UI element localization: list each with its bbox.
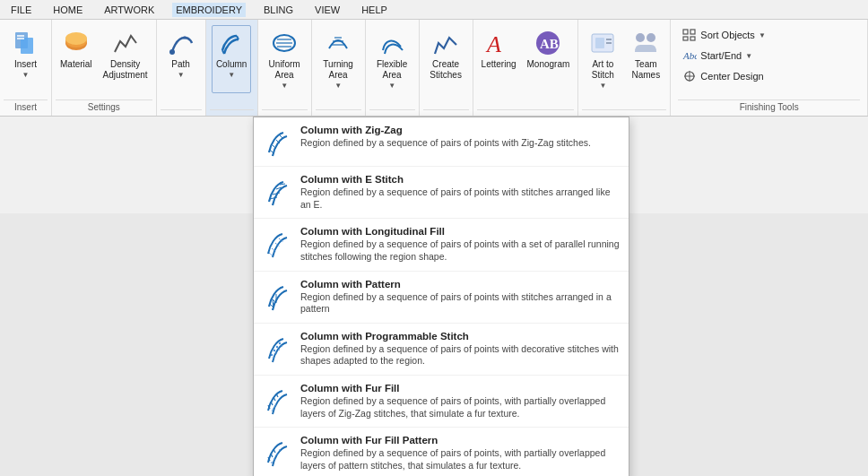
dropdown-item-zigzag[interactable]: Column with Zig-Zag Region defined by a …	[254, 117, 629, 167]
svg-text:Abc: Abc	[682, 50, 697, 61]
turning-area-dropdown-arrow: ▼	[334, 82, 342, 90]
lettering-icon: A	[484, 29, 513, 57]
group-flexible-area: Flexible Area ▼	[366, 20, 420, 116]
estitch-desc: Region defined by a sequence of pairs of…	[300, 186, 620, 211]
svg-text:A: A	[485, 31, 501, 57]
group-path-buttons: Path ▼	[161, 22, 202, 109]
column-dropdown-arrow: ▼	[228, 71, 235, 79]
menu-home[interactable]: HOME	[49, 3, 86, 17]
group-settings: Material Density Adjustment Settings	[52, 20, 157, 116]
group-uniform-area-label	[262, 109, 308, 114]
dropdown-item-estitch[interactable]: Column with E Stitch Region defined by a…	[254, 167, 629, 219]
svg-point-25	[636, 33, 645, 42]
sort-objects-icon	[682, 28, 697, 42]
art-to-stitch-button[interactable]: Art to Stitch ▼	[582, 25, 623, 93]
estitch-col-icon	[263, 174, 291, 208]
svg-text:AB: AB	[540, 37, 559, 51]
column-label: Column	[216, 59, 247, 70]
group-insert-buttons: Insert ▼	[4, 22, 48, 100]
insert-icon	[12, 29, 40, 57]
flexible-area-icon	[378, 29, 406, 57]
menu-help[interactable]: HELP	[358, 3, 391, 17]
flexible-area-label: Flexible Area	[377, 59, 407, 81]
longitudinal-col-icon	[263, 226, 291, 260]
flexible-area-dropdown-arrow: ▼	[388, 82, 395, 90]
menu-artwork[interactable]: ARTWORK	[100, 3, 158, 17]
dropdown-item-pattern[interactable]: Column with Pattern Region defined by a …	[254, 272, 629, 324]
programmable-col-icon	[263, 331, 291, 365]
svg-point-53	[276, 346, 278, 348]
group-flexible-area-label	[369, 109, 415, 114]
menubar: FILE HOME ARTWORK EMBROIDERY BLING VIEW …	[0, 0, 868, 20]
menu-file[interactable]: FILE	[7, 3, 35, 17]
center-design-label: Center Design	[700, 71, 763, 82]
programmable-desc: Region defined by a sequence of pairs of…	[300, 343, 620, 368]
material-button[interactable]: Material	[56, 25, 97, 93]
fur-fill-text: Column with Fur Fill Region defined by a…	[300, 383, 620, 420]
svg-line-9	[222, 50, 224, 54]
group-insert-label: Insert	[4, 100, 48, 114]
group-art-stitch-label	[582, 109, 666, 114]
team-names-icon	[631, 29, 660, 57]
group-flexible-buttons: Flexible Area ▼	[369, 22, 415, 109]
lettering-button[interactable]: A Lettering	[477, 25, 521, 93]
group-settings-label: Settings	[56, 100, 152, 114]
column-dropdown-menu: Column with Zig-Zag Region defined by a …	[253, 117, 629, 476]
menu-bling[interactable]: BLING	[260, 3, 297, 17]
longitudinal-desc: Region defined by a sequence of pairs of…	[300, 238, 620, 263]
fur-fill-desc: Region defined by a sequence of pairs of…	[300, 395, 620, 420]
svg-point-69	[273, 458, 275, 460]
path-button[interactable]: Path ▼	[161, 25, 201, 93]
dropdown-item-fur-pattern[interactable]: Column with Fur Fill Pattern Region defi…	[254, 428, 629, 476]
sort-objects-button[interactable]: Sort Objects ▼	[678, 25, 860, 45]
pattern-text: Column with Pattern Region defined by a …	[300, 279, 620, 316]
path-label: Path	[171, 59, 190, 70]
pattern-title: Column with Pattern	[300, 279, 620, 290]
art-to-stitch-icon	[588, 29, 617, 57]
material-icon	[62, 29, 91, 57]
dropdown-item-programmable[interactable]: Column with Programmable Stitch Region d…	[254, 324, 629, 376]
monogram-button[interactable]: AB Monogram	[523, 25, 575, 93]
insert-dropdown-arrow: ▼	[22, 71, 30, 79]
lettering-label: Lettering	[482, 59, 516, 70]
dropdown-item-fur-fill[interactable]: Column with Fur Fill Region defined by a…	[254, 376, 629, 428]
center-design-button[interactable]: Center Design	[678, 66, 860, 86]
turning-area-button[interactable]: Turning Area ▼	[318, 25, 358, 93]
finishing-tools-label: Finishing Tools	[678, 100, 860, 114]
svg-point-56	[275, 352, 277, 354]
center-design-icon	[682, 69, 697, 83]
column-button[interactable]: Column ▼	[212, 25, 251, 93]
insert-button[interactable]: Insert ▼	[6, 25, 46, 93]
monogram-icon: AB	[534, 29, 562, 57]
density-button[interactable]: Density Adjustment	[99, 25, 152, 93]
insert-label: Insert	[14, 59, 37, 70]
zigzag-desc: Region defined by a sequence of pairs of…	[300, 137, 591, 150]
group-lettering: A Lettering AB Monogram	[473, 20, 579, 116]
svg-rect-1	[21, 38, 33, 54]
uniform-area-button[interactable]: Uniform Area ▼	[265, 25, 305, 93]
menu-view[interactable]: VIEW	[311, 3, 343, 17]
start-end-icon: Abc	[682, 48, 697, 63]
material-label: Material	[60, 59, 92, 70]
finishing-buttons: Sort Objects ▼ Abc Start/End ▼	[678, 22, 860, 86]
start-end-button[interactable]: Abc Start/End ▼	[678, 46, 860, 65]
estitch-text: Column with E Stitch Region defined by a…	[300, 174, 620, 211]
uniform-area-label: Uniform Area	[269, 59, 300, 81]
group-art-stitch: Art to Stitch ▼ Team Names	[578, 20, 671, 116]
fur-col-icon	[263, 383, 291, 417]
group-column: Column ▼	[206, 20, 258, 116]
zigzag-title: Column with Zig-Zag	[300, 125, 591, 135]
dropdown-item-longitudinal[interactable]: Column with Longitudinal Fill Region def…	[254, 219, 629, 271]
path-dropdown-arrow: ▼	[178, 71, 185, 79]
group-settings-buttons: Material Density Adjustment	[56, 22, 152, 100]
menu-embroidery[interactable]: EMBROIDERY	[172, 3, 246, 17]
svg-rect-28	[690, 30, 695, 34]
group-lettering-buttons: A Lettering AB Monogram	[477, 22, 575, 109]
svg-point-54	[279, 342, 281, 344]
flexible-area-button[interactable]: Flexible Area ▼	[372, 25, 412, 93]
team-names-button[interactable]: Team Names	[625, 25, 666, 93]
team-names-label: Team Names	[632, 59, 661, 81]
svg-point-51	[271, 354, 273, 356]
create-stitches-icon	[431, 29, 460, 57]
create-stitches-button[interactable]: Create Stitches	[425, 25, 466, 93]
